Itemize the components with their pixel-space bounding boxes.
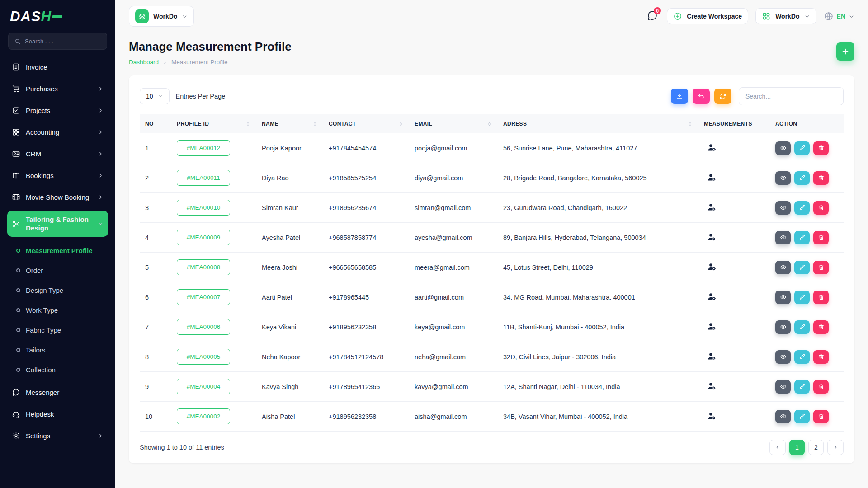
delete-button[interactable]	[813, 350, 829, 364]
eye-icon	[780, 383, 787, 390]
cell-measurements	[698, 402, 770, 432]
measurements-button[interactable]	[706, 143, 717, 154]
measurements-button[interactable]	[706, 232, 717, 243]
sidebar-item-bookings[interactable]: Bookings	[7, 164, 108, 186]
page-button-2[interactable]: 2	[808, 440, 824, 455]
breadcrumb-dashboard-link[interactable]: Dashboard	[129, 59, 159, 66]
view-button[interactable]	[775, 350, 791, 364]
table-card: 10 Entries Per Page	[129, 75, 854, 463]
delete-button[interactable]	[813, 291, 829, 304]
next-page-button[interactable]	[827, 440, 844, 455]
edit-button[interactable]	[794, 320, 810, 334]
measurements-button[interactable]	[706, 262, 717, 273]
export-button[interactable]	[671, 89, 688, 104]
sidebar-subitem-label: Fabric Type	[26, 326, 61, 334]
trash-icon	[818, 353, 825, 360]
delete-button[interactable]	[813, 141, 829, 155]
sidebar-item-helpdesk[interactable]: Helpdesk	[7, 403, 108, 425]
profile-id-pill: #MEA00009	[177, 230, 230, 245]
prev-page-button[interactable]	[769, 440, 786, 455]
sidebar-subitem-fabric-type[interactable]: Fabric Type	[12, 320, 108, 340]
sidebar-search-input[interactable]	[25, 38, 101, 45]
entries-per-page-select[interactable]: 10	[140, 88, 170, 104]
sidebar-subitem-tailors[interactable]: Tailors	[12, 340, 108, 360]
measurements-button[interactable]	[706, 381, 717, 392]
table-row: 5#MEA00008Meera Joshi+966565658585meera@…	[140, 253, 844, 282]
sidebar-item-projects[interactable]: Projects	[7, 99, 108, 121]
cell-address: 34, MG Road, Mumbai, Maharashtra, 400001	[498, 282, 698, 312]
sidebar-item-messenger[interactable]: Messenger	[7, 381, 108, 403]
view-button[interactable]	[775, 261, 791, 274]
sort-icon	[486, 121, 492, 127]
view-button[interactable]	[775, 231, 791, 244]
view-button[interactable]	[775, 201, 791, 215]
sidebar-item-movie-show-booking[interactable]: Movie Show Booking	[7, 186, 108, 208]
cell-address: 28, Brigade Road, Bangalore, Karnataka, …	[498, 163, 698, 193]
column-header-profile-id[interactable]: PROFILE ID	[171, 114, 256, 133]
edit-button[interactable]	[794, 350, 810, 364]
view-button[interactable]	[775, 141, 791, 155]
app-logo[interactable]: DASH	[7, 5, 108, 32]
sidebar-item-purchases[interactable]: Purchases	[7, 78, 108, 99]
undo-button[interactable]	[693, 89, 710, 104]
table-search-input[interactable]	[739, 87, 844, 105]
messages-button[interactable]: 0	[644, 9, 660, 24]
sidebar-subitem-order[interactable]: Order	[12, 260, 108, 280]
sidebar-item-tailoring-fashion-design[interactable]: Tailoring & Fashion Design	[7, 211, 108, 237]
language-selector[interactable]: EN	[824, 11, 854, 21]
cell-contact: +968587858774	[323, 223, 409, 253]
edit-button[interactable]	[794, 261, 810, 274]
create-workspace-button[interactable]: Create Workspace	[667, 8, 748, 24]
sidebar-item-invoice[interactable]: Invoice	[7, 56, 108, 78]
delete-button[interactable]	[813, 171, 829, 185]
sidebar-subitem-work-type[interactable]: Work Type	[12, 300, 108, 320]
delete-button[interactable]	[813, 231, 829, 244]
edit-button[interactable]	[794, 291, 810, 304]
cell-profile-id: #MEA00002	[171, 402, 256, 432]
column-header-email[interactable]: EMAIL	[409, 114, 498, 133]
edit-button[interactable]	[794, 201, 810, 215]
measurements-button[interactable]	[706, 352, 717, 362]
cell-contact: +918956232358	[323, 312, 409, 342]
view-button[interactable]	[775, 320, 791, 334]
measurements-button[interactable]	[706, 411, 717, 422]
edit-button[interactable]	[794, 171, 810, 185]
add-measurement-profile-button[interactable]	[836, 42, 854, 61]
sidebar-subitem-design-type[interactable]: Design Type	[12, 280, 108, 300]
sidebar-item-accounting[interactable]: Accounting	[7, 121, 108, 143]
measurements-button[interactable]	[706, 322, 717, 333]
company-menu[interactable]: WorkDo	[755, 8, 816, 24]
refresh-button[interactable]	[714, 89, 731, 104]
workspace-switcher[interactable]: WorkDo	[129, 6, 194, 27]
edit-button[interactable]	[794, 380, 810, 394]
sidebar-subitem-measurement-profile[interactable]: Measurement Profile	[12, 240, 108, 260]
column-header-adress[interactable]: ADRESS	[498, 114, 698, 133]
edit-button[interactable]	[794, 231, 810, 244]
trash-icon	[818, 204, 825, 211]
delete-button[interactable]	[813, 380, 829, 394]
chevron-right-icon	[98, 151, 104, 157]
delete-button[interactable]	[813, 320, 829, 334]
view-button[interactable]	[775, 291, 791, 304]
profile-id-pill: #MEA00008	[177, 259, 230, 275]
view-button[interactable]	[775, 171, 791, 185]
delete-button[interactable]	[813, 261, 829, 274]
cell-no: 7	[140, 312, 171, 342]
view-button[interactable]	[775, 380, 791, 394]
measurements-button[interactable]	[706, 173, 717, 183]
edit-button[interactable]	[794, 410, 810, 423]
column-header-name[interactable]: NAME	[256, 114, 323, 133]
delete-button[interactable]	[813, 201, 829, 215]
delete-button[interactable]	[813, 410, 829, 423]
measurements-button[interactable]	[706, 292, 717, 303]
sidebar-item-settings[interactable]: Settings	[7, 425, 108, 446]
sidebar-item-crm[interactable]: CRM	[7, 143, 108, 164]
edit-button[interactable]	[794, 141, 810, 155]
sidebar-item-label: Invoice	[26, 63, 47, 71]
column-header-contact[interactable]: CONTACT	[323, 114, 409, 133]
page-button-1[interactable]: 1	[789, 440, 805, 455]
undo-icon	[698, 93, 705, 100]
sidebar-subitem-collection[interactable]: Collection	[12, 360, 108, 380]
measurements-button[interactable]	[706, 202, 717, 213]
view-button[interactable]	[775, 410, 791, 423]
